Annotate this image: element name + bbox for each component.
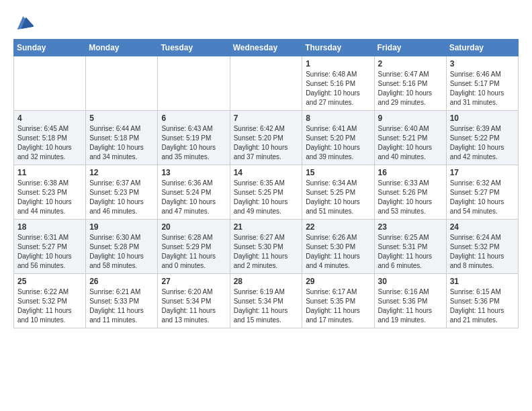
day-header-saturday: Saturday <box>446 40 518 56</box>
calendar-cell: 11Sunrise: 6:38 AM Sunset: 5:23 PM Dayli… <box>14 165 86 220</box>
day-number: 7 <box>234 113 299 123</box>
calendar-cell: 10Sunrise: 6:39 AM Sunset: 5:22 PM Dayli… <box>446 111 518 165</box>
day-info: Sunrise: 6:35 AM Sunset: 5:25 PM Dayligh… <box>234 179 299 216</box>
day-number: 9 <box>378 113 443 123</box>
day-info: Sunrise: 6:37 AM Sunset: 5:23 PM Dayligh… <box>89 179 154 216</box>
day-number: 25 <box>17 277 82 286</box>
day-number: 29 <box>306 277 370 286</box>
calendar-table: SundayMondayTuesdayWednesdayThursdayFrid… <box>13 39 519 328</box>
day-number: 24 <box>450 222 515 232</box>
calendar-cell: 23Sunrise: 6:25 AM Sunset: 5:31 PM Dayli… <box>374 220 446 274</box>
calendar-cell: 7Sunrise: 6:42 AM Sunset: 5:20 PM Daylig… <box>230 111 302 165</box>
day-number: 4 <box>17 113 82 123</box>
day-number: 19 <box>89 222 154 232</box>
day-number: 14 <box>234 168 299 177</box>
day-info: Sunrise: 6:26 AM Sunset: 5:30 PM Dayligh… <box>306 233 370 271</box>
day-header-thursday: Thursday <box>302 40 374 56</box>
day-header-friday: Friday <box>374 40 446 56</box>
day-number: 21 <box>234 222 299 232</box>
day-info: Sunrise: 6:34 AM Sunset: 5:25 PM Dayligh… <box>306 179 370 216</box>
day-number: 18 <box>17 222 82 232</box>
day-info: Sunrise: 6:46 AM Sunset: 5:17 PM Dayligh… <box>450 70 515 107</box>
day-header-monday: Monday <box>86 40 158 56</box>
day-number: 28 <box>234 277 299 286</box>
day-number: 17 <box>450 168 515 177</box>
calendar-week-4: 18Sunrise: 6:31 AM Sunset: 5:27 PM Dayli… <box>14 220 519 274</box>
day-number: 27 <box>161 277 226 286</box>
header <box>13 13 519 32</box>
day-number: 23 <box>378 222 443 232</box>
calendar-cell: 19Sunrise: 6:30 AM Sunset: 5:28 PM Dayli… <box>86 220 158 274</box>
calendar-cell: 2Sunrise: 6:47 AM Sunset: 5:16 PM Daylig… <box>374 56 446 111</box>
page: SundayMondayTuesdayWednesdayThursdayFrid… <box>0 0 532 335</box>
day-info: Sunrise: 6:21 AM Sunset: 5:33 PM Dayligh… <box>89 287 154 325</box>
calendar-cell: 22Sunrise: 6:26 AM Sunset: 5:30 PM Dayli… <box>302 220 374 274</box>
day-info: Sunrise: 6:33 AM Sunset: 5:26 PM Dayligh… <box>378 179 443 216</box>
day-number: 5 <box>89 113 154 123</box>
calendar-cell: 14Sunrise: 6:35 AM Sunset: 5:25 PM Dayli… <box>230 165 302 220</box>
day-number: 26 <box>89 277 154 286</box>
day-info: Sunrise: 6:27 AM Sunset: 5:30 PM Dayligh… <box>234 233 299 271</box>
logo-icon <box>15 13 34 32</box>
calendar-cell <box>158 56 230 111</box>
calendar-cell <box>86 56 158 111</box>
calendar-cell: 18Sunrise: 6:31 AM Sunset: 5:27 PM Dayli… <box>14 220 86 274</box>
day-info: Sunrise: 6:32 AM Sunset: 5:27 PM Dayligh… <box>450 179 515 216</box>
calendar-cell: 1Sunrise: 6:48 AM Sunset: 5:16 PM Daylig… <box>302 56 374 111</box>
day-info: Sunrise: 6:17 AM Sunset: 5:35 PM Dayligh… <box>306 287 370 325</box>
day-header-sunday: Sunday <box>14 40 86 56</box>
day-header-wednesday: Wednesday <box>230 40 302 56</box>
day-info: Sunrise: 6:25 AM Sunset: 5:31 PM Dayligh… <box>378 233 443 271</box>
calendar-week-2: 4Sunrise: 6:45 AM Sunset: 5:18 PM Daylig… <box>14 111 519 165</box>
day-number: 16 <box>378 168 443 177</box>
day-number: 30 <box>378 277 443 286</box>
calendar-cell: 25Sunrise: 6:22 AM Sunset: 5:32 PM Dayli… <box>14 274 86 328</box>
day-info: Sunrise: 6:42 AM Sunset: 5:20 PM Dayligh… <box>234 124 299 162</box>
calendar-cell: 26Sunrise: 6:21 AM Sunset: 5:33 PM Dayli… <box>86 274 158 328</box>
calendar-header-row: SundayMondayTuesdayWednesdayThursdayFrid… <box>14 40 519 56</box>
day-number: 8 <box>306 113 370 123</box>
calendar-cell: 5Sunrise: 6:44 AM Sunset: 5:18 PM Daylig… <box>86 111 158 165</box>
day-number: 10 <box>450 113 515 123</box>
calendar-cell: 16Sunrise: 6:33 AM Sunset: 5:26 PM Dayli… <box>374 165 446 220</box>
calendar-cell: 6Sunrise: 6:43 AM Sunset: 5:19 PM Daylig… <box>158 111 230 165</box>
calendar-cell: 29Sunrise: 6:17 AM Sunset: 5:35 PM Dayli… <box>302 274 374 328</box>
day-info: Sunrise: 6:48 AM Sunset: 5:16 PM Dayligh… <box>306 70 370 107</box>
calendar-cell: 12Sunrise: 6:37 AM Sunset: 5:23 PM Dayli… <box>86 165 158 220</box>
calendar-cell: 8Sunrise: 6:41 AM Sunset: 5:20 PM Daylig… <box>302 111 374 165</box>
day-number: 2 <box>378 59 443 68</box>
day-info: Sunrise: 6:44 AM Sunset: 5:18 PM Dayligh… <box>89 124 154 162</box>
day-header-tuesday: Tuesday <box>158 40 230 56</box>
day-number: 20 <box>161 222 226 232</box>
day-info: Sunrise: 6:40 AM Sunset: 5:21 PM Dayligh… <box>378 124 443 162</box>
day-info: Sunrise: 6:38 AM Sunset: 5:23 PM Dayligh… <box>17 179 82 216</box>
calendar-cell: 27Sunrise: 6:20 AM Sunset: 5:34 PM Dayli… <box>158 274 230 328</box>
day-info: Sunrise: 6:45 AM Sunset: 5:18 PM Dayligh… <box>17 124 82 162</box>
day-number: 1 <box>306 59 370 68</box>
day-info: Sunrise: 6:28 AM Sunset: 5:29 PM Dayligh… <box>161 233 226 271</box>
calendar-cell <box>230 56 302 111</box>
day-info: Sunrise: 6:30 AM Sunset: 5:28 PM Dayligh… <box>89 233 154 271</box>
day-info: Sunrise: 6:16 AM Sunset: 5:36 PM Dayligh… <box>378 287 443 325</box>
day-info: Sunrise: 6:36 AM Sunset: 5:24 PM Dayligh… <box>161 179 226 216</box>
day-info: Sunrise: 6:20 AM Sunset: 5:34 PM Dayligh… <box>161 287 226 325</box>
calendar-week-3: 11Sunrise: 6:38 AM Sunset: 5:23 PM Dayli… <box>14 165 519 220</box>
day-number: 12 <box>89 168 154 177</box>
calendar-cell <box>14 56 86 111</box>
calendar-cell: 30Sunrise: 6:16 AM Sunset: 5:36 PM Dayli… <box>374 274 446 328</box>
day-info: Sunrise: 6:31 AM Sunset: 5:27 PM Dayligh… <box>17 233 82 271</box>
calendar-cell: 4Sunrise: 6:45 AM Sunset: 5:18 PM Daylig… <box>14 111 86 165</box>
logo <box>13 13 34 32</box>
day-number: 15 <box>306 168 370 177</box>
calendar-cell: 17Sunrise: 6:32 AM Sunset: 5:27 PM Dayli… <box>446 165 518 220</box>
calendar-cell: 20Sunrise: 6:28 AM Sunset: 5:29 PM Dayli… <box>158 220 230 274</box>
day-info: Sunrise: 6:39 AM Sunset: 5:22 PM Dayligh… <box>450 124 515 162</box>
day-info: Sunrise: 6:47 AM Sunset: 5:16 PM Dayligh… <box>378 70 443 107</box>
day-info: Sunrise: 6:43 AM Sunset: 5:19 PM Dayligh… <box>161 124 226 162</box>
calendar-cell: 9Sunrise: 6:40 AM Sunset: 5:21 PM Daylig… <box>374 111 446 165</box>
day-number: 11 <box>17 168 82 177</box>
day-number: 3 <box>450 59 515 68</box>
calendar-cell: 15Sunrise: 6:34 AM Sunset: 5:25 PM Dayli… <box>302 165 374 220</box>
calendar-week-1: 1Sunrise: 6:48 AM Sunset: 5:16 PM Daylig… <box>14 56 519 111</box>
day-number: 31 <box>450 277 515 286</box>
